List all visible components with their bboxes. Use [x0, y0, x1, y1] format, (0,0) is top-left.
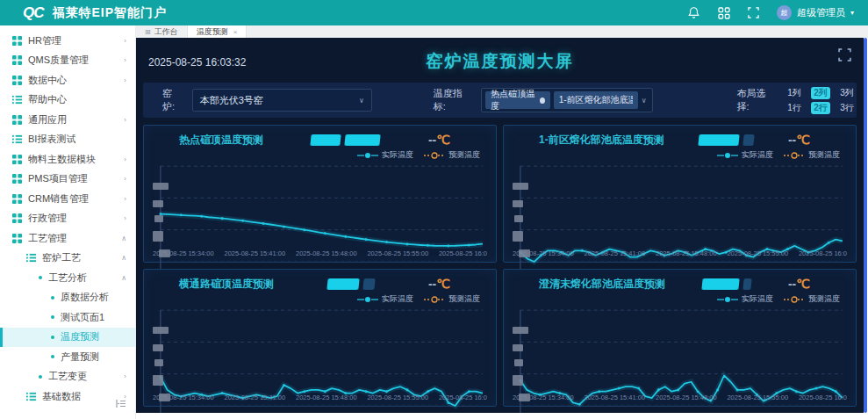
x-tick-label: 2025-08-25 15:48:00	[296, 394, 357, 403]
redaction-block	[153, 375, 163, 386]
layout-cols-row: 1列2列3列	[785, 87, 857, 99]
x-tick-label: 2025-08-25 15:48:00	[656, 394, 717, 403]
layout-option-col-1列[interactable]: 1列	[785, 87, 804, 99]
kiln-select-value: 本部光伏3号窑	[200, 94, 263, 107]
close-icon[interactable]: ×	[233, 28, 238, 36]
grid-icon	[12, 213, 22, 223]
legend-actual[interactable]: 实际温度	[717, 149, 773, 161]
layout-option-row-3行[interactable]: 3行	[837, 102, 857, 114]
sidebar-item-QMS质量管理[interactable]: QMS质量管理›	[0, 51, 135, 71]
sidebar-item-HR管理[interactable]: HR管理›	[0, 31, 135, 51]
sidebar-item-温度预测[interactable]: 温度预测	[0, 328, 135, 348]
value-redacted-blocks	[665, 278, 788, 290]
grid-icon	[12, 174, 22, 184]
grid-icon	[12, 234, 22, 243]
layout-option-col-3列[interactable]: 3列	[837, 87, 857, 99]
layout-option-row-2行[interactable]: 2行	[811, 102, 830, 114]
redaction-block	[513, 200, 523, 207]
legend-predicted[interactable]: 预测温度	[424, 293, 480, 305]
sidebar-item-label: 物料主数据模块	[28, 153, 96, 166]
dashboard-scrollbar[interactable]	[864, 38, 867, 413]
bell-icon[interactable]	[687, 6, 700, 19]
line-chart[interactable]	[153, 306, 487, 393]
sidebar-item-行政管理[interactable]: 行政管理›	[0, 209, 135, 229]
sidebar-item-窑炉工艺[interactable]: 窑炉工艺∧	[0, 249, 135, 269]
sidebar-item-通用应用[interactable]: 通用应用›	[0, 110, 135, 130]
kiln-select[interactable]: 本部光伏3号窑 ∨	[192, 89, 372, 112]
sidebar-item-工艺分析[interactable]: 工艺分析∧	[0, 268, 135, 288]
sidebar-item-PMS项目管理[interactable]: PMS项目管理›	[0, 170, 135, 190]
bullet-icon	[39, 375, 42, 379]
sidebar-item-物料主数据模块[interactable]: 物料主数据模块›	[0, 149, 135, 170]
chart-legend: 实际温度预测温度	[357, 293, 480, 305]
bullet-icon	[39, 276, 42, 279]
chevron-right-icon: ›	[124, 56, 126, 64]
metric-multiselect[interactable]: 热点碹顶温度 1-前区熔化部池底温度(温度) ∨	[481, 88, 652, 112]
app-title: 福莱特EIP智能门户	[53, 5, 168, 21]
legend-actual[interactable]: 实际温度	[357, 293, 413, 305]
sidebar-item-label: 产量预测	[61, 350, 99, 364]
line-chart[interactable]	[153, 162, 487, 249]
sidebar-item-label: 温度预测	[61, 330, 99, 343]
legend-actual[interactable]: 实际温度	[357, 149, 413, 161]
sidebar-item-工艺变更[interactable]: 工艺变更›	[0, 367, 135, 387]
sidebar-item-测试页面1[interactable]: 测试页面1	[0, 307, 135, 328]
x-tick-label: 2025-08-25 15:41:00	[584, 249, 645, 259]
chevron-right-icon: ›	[124, 76, 126, 84]
list-icon	[26, 253, 36, 263]
sidebar-item-label: 窑炉工艺	[42, 251, 81, 264]
legend-actual[interactable]: 实际温度	[717, 293, 773, 305]
chevron-down-icon: ▾	[850, 9, 854, 17]
apps-icon[interactable]	[718, 7, 730, 19]
chevron-right-icon: ›	[124, 155, 126, 163]
sidebar-item-BI报表测试[interactable]: BI报表测试	[0, 130, 135, 150]
panel-title: 横通路碹顶温度预测	[179, 277, 274, 292]
line-chart[interactable]	[513, 162, 847, 249]
user-name: 超级管理员	[797, 6, 845, 19]
tag-remove-icon[interactable]	[540, 98, 545, 104]
x-tick-label: 2025-08-25 15:55:00	[727, 394, 788, 403]
current-temperature-value: --℃	[788, 277, 810, 291]
sidebar-item-label: 帮助中心	[28, 93, 67, 106]
sidebar-item-label: 测试页面1	[61, 311, 104, 324]
x-tick-label: 2025-08-25 16:0	[439, 249, 487, 259]
user-menu[interactable]: 超 超级管理员 ▾	[777, 5, 854, 20]
legend-predicted[interactable]: 预测温度	[424, 149, 480, 161]
grid-icon	[12, 55, 22, 65]
chart-legend: 实际温度预测温度	[717, 149, 840, 161]
redaction-block	[345, 134, 381, 146]
sidebar-item-label: BI报表测试	[28, 133, 75, 146]
metric-tag: 热点碹顶温度	[485, 91, 549, 109]
sidebar-item-CRM销售管理[interactable]: CRM销售管理›	[0, 189, 135, 209]
chevron-right-icon: ›	[124, 195, 126, 203]
chevron-right-icon: ›	[124, 372, 126, 380]
redaction-block	[159, 394, 170, 401]
legend-predicted[interactable]: 预测温度	[784, 149, 840, 161]
layout-option-row-1行[interactable]: 1行	[785, 102, 804, 114]
redaction-block	[513, 327, 528, 334]
chart-legend: 实际温度预测温度	[717, 293, 840, 305]
layout-option-col-2列[interactable]: 2列	[811, 87, 830, 99]
collapse-sidebar-icon[interactable]	[116, 396, 126, 412]
tab-工作台[interactable]: ⊞工作台	[136, 25, 188, 38]
chevron-up-icon: ∧	[121, 254, 126, 262]
sidebar-item-产量预测[interactable]: 产量预测	[0, 347, 135, 367]
redaction-block	[153, 344, 163, 351]
sidebar-item-label: 数据中心	[28, 74, 67, 87]
panel-澄清末熔化部池底温度预测: 澄清末熔化部池底温度预测--℃实际温度预测温度2025-08-25 15:34:…	[503, 269, 857, 407]
line-chart[interactable]	[513, 306, 847, 393]
sidebar-item-基础数据[interactable]: 基础数据›	[0, 386, 135, 407]
metric-label: 温度指标:	[434, 87, 472, 113]
sidebar-item-帮助中心[interactable]: 帮助中心	[0, 90, 135, 111]
fullscreen-icon[interactable]	[748, 7, 759, 18]
current-temperature-value: --℃	[428, 277, 450, 291]
tab-bar: ⊞工作台温度预测×	[136, 25, 868, 38]
x-tick-label: 2025-08-25 15:48:00	[656, 249, 717, 259]
legend-predicted[interactable]: 预测温度	[784, 293, 840, 305]
dashboard-fullscreen-icon[interactable]	[838, 48, 851, 65]
sidebar-item-工艺管理[interactable]: 工艺管理∧	[0, 228, 135, 249]
sidebar-item-数据中心[interactable]: 数据中心›	[0, 70, 135, 90]
tab-温度预测[interactable]: 温度预测×	[188, 25, 247, 38]
bullet-icon	[51, 296, 54, 300]
sidebar-item-原数据分析[interactable]: 原数据分析	[0, 288, 135, 308]
